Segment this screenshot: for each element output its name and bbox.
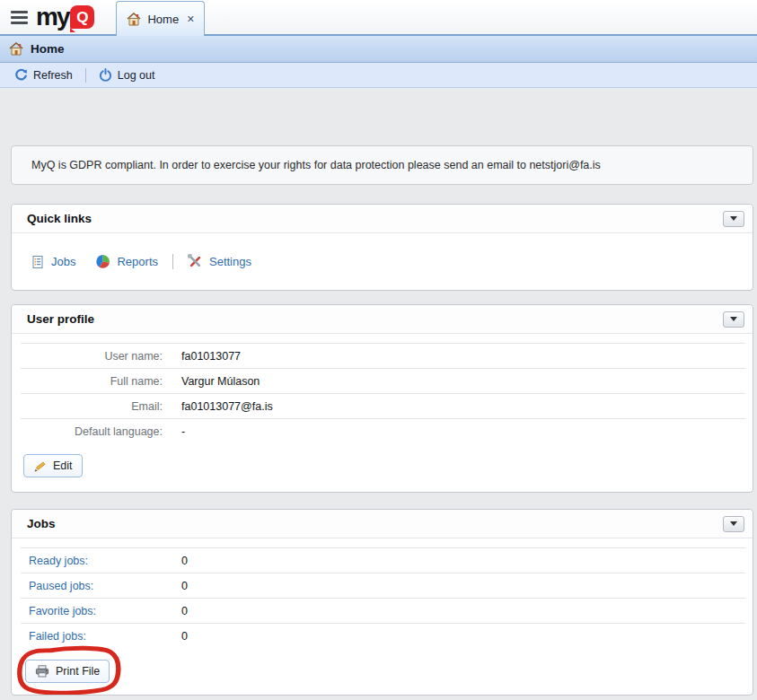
myq-app: my Q Home × Home (0, 0, 757, 700)
quick-link-settings[interactable]: Settings (188, 254, 251, 269)
home-icon (9, 42, 23, 56)
email-label: Email: (21, 400, 163, 413)
logout-label: Log out (118, 69, 155, 82)
default-language-label: Default language: (21, 425, 163, 438)
chevron-down-icon (730, 521, 737, 526)
paused-jobs-count: 0 (181, 580, 188, 592)
settings-tools-icon (188, 254, 203, 269)
user-name-value: fa01013077 (181, 350, 241, 363)
ready-jobs-link[interactable]: Ready jobs: (21, 555, 163, 567)
refresh-label: Refresh (33, 69, 73, 82)
quick-link-reports-label: Reports (117, 255, 158, 268)
favorite-jobs-count: 0 (181, 605, 188, 617)
table-row: Email: fa01013077@fa.is (21, 393, 745, 418)
gdpr-notice-text: MyQ is GDPR compliant. In order to exerc… (31, 159, 601, 171)
favorite-jobs-link[interactable]: Favorite jobs: (21, 605, 163, 617)
printer-icon (35, 665, 49, 678)
table-row: Favorite jobs: 0 (21, 598, 745, 623)
quick-links-title: Quick links (27, 212, 92, 225)
toolbar-divider (85, 68, 86, 83)
edit-button-label: Edit (53, 459, 73, 472)
full-name-label: Full name: (21, 375, 163, 388)
quick-link-jobs-label: Jobs (51, 255, 75, 268)
tab-home[interactable]: Home × (116, 1, 205, 36)
table-row: User name: fa01013077 (21, 343, 745, 368)
quick-links-panel: Quick links Jobs (11, 204, 753, 291)
ready-jobs-count: 0 (181, 555, 188, 567)
email-value: fa01013077@fa.is (181, 400, 273, 413)
menu-hamburger-icon[interactable] (11, 11, 28, 24)
pencil-icon (33, 459, 47, 473)
quick-links-header: Quick links (12, 205, 753, 233)
jobs-header: Jobs (12, 510, 753, 538)
jobs-document-icon (31, 255, 45, 269)
page-header-bar: Home (0, 36, 757, 63)
jobs-title: Jobs (27, 517, 56, 530)
print-file-button-label: Print File (56, 665, 100, 678)
tab-close-icon[interactable]: × (187, 12, 194, 26)
full-name-value: Vargur Múlason (181, 375, 260, 388)
table-row: Ready jobs: 0 (21, 547, 745, 573)
action-toolbar: Refresh Log out (0, 63, 757, 88)
jobs-panel: Jobs Ready jobs: 0 Paused jobs: 0 Favori… (11, 509, 753, 696)
home-icon (127, 13, 141, 26)
chevron-down-icon (730, 317, 737, 321)
quick-link-reports[interactable]: Reports (95, 254, 158, 269)
logout-button[interactable]: Log out (93, 66, 161, 83)
tab-home-label: Home (147, 13, 179, 26)
refresh-icon (14, 68, 28, 82)
power-icon (99, 68, 112, 82)
collapse-panel-button[interactable] (723, 211, 744, 227)
myq-logo: my Q (36, 4, 94, 30)
logo-q-badge: Q (70, 5, 94, 29)
table-row: Default language: - (21, 418, 745, 443)
table-row: Full name: Vargur Múlason (21, 368, 745, 393)
quick-links-divider (172, 254, 173, 269)
quick-link-settings-label: Settings (209, 255, 251, 268)
gdpr-notice: MyQ is GDPR compliant. In order to exerc… (11, 145, 753, 185)
reports-pie-icon (95, 254, 110, 269)
user-profile-table: User name: fa01013077 Full name: Vargur … (12, 343, 753, 443)
chevron-down-icon (730, 216, 737, 221)
collapse-panel-button[interactable] (723, 311, 744, 328)
print-file-area: Print File (16, 644, 121, 695)
quick-links-body: Jobs Reports (12, 233, 753, 290)
table-row: Failed jobs: 0 (21, 623, 745, 648)
user-name-label: User name: (21, 350, 163, 363)
top-bar: my Q Home × (0, 0, 757, 36)
logo-text-my: my (36, 4, 68, 30)
user-profile-panel: User profile User name: fa01013077 Full … (11, 304, 753, 493)
quick-link-jobs[interactable]: Jobs (31, 255, 75, 269)
default-language-value: - (181, 425, 185, 438)
page-title: Home (31, 42, 65, 56)
user-profile-header: User profile (12, 305, 753, 334)
user-profile-title: User profile (27, 312, 94, 326)
collapse-panel-button[interactable] (723, 516, 744, 532)
table-row: Paused jobs: 0 (21, 573, 745, 598)
jobs-table: Ready jobs: 0 Paused jobs: 0 Favorite jo… (12, 547, 753, 648)
print-file-button[interactable]: Print File (25, 660, 110, 683)
refresh-button[interactable]: Refresh (9, 66, 78, 83)
failed-jobs-link[interactable]: Failed jobs: (21, 630, 163, 643)
paused-jobs-link[interactable]: Paused jobs: (21, 580, 163, 592)
failed-jobs-count: 0 (181, 630, 188, 643)
edit-button[interactable]: Edit (23, 454, 83, 477)
